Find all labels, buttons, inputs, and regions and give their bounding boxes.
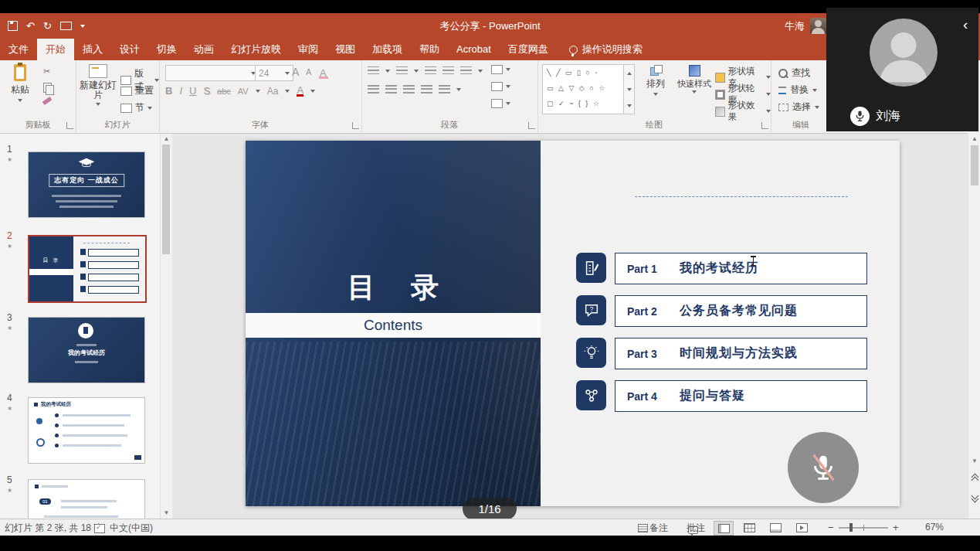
change-case-button[interactable]: Aa <box>267 86 279 97</box>
comments-button[interactable]: 批注 <box>687 522 705 535</box>
tab-insert[interactable]: 插入 <box>74 39 111 60</box>
collapse-panel-arrow-icon[interactable]: ‹ <box>963 17 968 32</box>
font-color-button[interactable]: A <box>297 86 303 97</box>
zoom-in-button[interactable]: + <box>893 522 899 533</box>
thumbnail-slide-1[interactable]: 志有定向 一战成公 <box>28 151 145 218</box>
new-slide-button[interactable]: 新建幻灯片 <box>79 64 117 106</box>
underline-button[interactable]: U <box>189 85 196 97</box>
italic-button[interactable]: I <box>179 85 182 97</box>
select-button[interactable]: 选择 <box>778 100 819 114</box>
shapes-gallery-scroll[interactable] <box>623 65 634 114</box>
account-area[interactable]: 牛海 <box>785 13 826 39</box>
paste-button[interactable]: 粘贴 <box>5 64 36 102</box>
reset-button[interactable]: 重置 <box>120 84 154 97</box>
tab-view[interactable]: 视图 <box>327 39 364 60</box>
tell-me-search[interactable]: 操作说明搜索 <box>569 39 643 60</box>
webcam-tile[interactable]: 刘海 <box>826 8 978 131</box>
slideshow-view-button[interactable] <box>792 521 811 534</box>
bullets-icon[interactable] <box>368 66 379 75</box>
main-scrollbar[interactable]: ▲ ▼ <box>968 133 980 519</box>
toc-part-3[interactable]: Part 3 时间规划与方法实践 <box>576 338 881 368</box>
zoom-slider-thumb[interactable] <box>849 523 853 532</box>
shapes-scroll-up-icon[interactable] <box>627 72 632 75</box>
tab-baidu-netdisk[interactable]: 百度网盘 <box>500 39 557 60</box>
toc-part-4[interactable]: Part 4 提问与答疑 <box>576 380 881 410</box>
reading-view-button[interactable] <box>766 521 785 534</box>
text-shadow-button[interactable]: S <box>203 85 210 97</box>
slide-counter[interactable]: 幻灯片 第 2 张, 共 18 张 <box>5 522 103 535</box>
character-spacing-button[interactable]: AV <box>238 87 249 96</box>
language-indicator[interactable]: 中文(中国) <box>110 522 153 535</box>
tab-design[interactable]: 设计 <box>111 39 148 60</box>
numbering-icon[interactable] <box>396 66 408 75</box>
clipboard-dialog-launcher[interactable] <box>66 122 73 129</box>
justify-icon[interactable] <box>421 85 432 94</box>
spell-check-icon[interactable] <box>94 524 105 533</box>
toc-part-1[interactable]: Part 1 我的考试经历 <box>576 253 881 283</box>
increase-indent-icon[interactable] <box>443 66 454 75</box>
arrange-button[interactable]: 排列 <box>638 65 673 96</box>
cut-icon[interactable]: ✂ <box>43 66 50 77</box>
next-slide-button[interactable] <box>968 493 980 502</box>
convert-smartart-button[interactable] <box>491 99 510 108</box>
find-button[interactable]: 查找 <box>778 66 810 80</box>
tab-review[interactable]: 审阅 <box>290 39 327 60</box>
thumb-scroll-up-icon[interactable]: ▲ <box>161 135 172 142</box>
thumbnail-scrollbar[interactable]: ▲ ▼ <box>160 133 172 519</box>
align-text-button[interactable] <box>491 82 510 91</box>
copy-icon[interactable] <box>43 83 52 93</box>
tab-acrobat[interactable]: Acrobat <box>448 39 500 60</box>
text-direction-button[interactable] <box>491 65 510 74</box>
participant-mic-button[interactable] <box>850 107 870 126</box>
shapes-scroll-down-icon[interactable] <box>627 88 632 91</box>
main-scroll-up-icon[interactable]: ▲ <box>968 135 980 142</box>
tab-transitions[interactable]: 切换 <box>148 39 185 60</box>
quick-styles-button[interactable]: 快速样式 <box>677 65 712 94</box>
thumbnail-slide-3[interactable]: 我的考试经历 <box>28 317 145 383</box>
align-left-icon[interactable] <box>368 85 379 94</box>
shapes-more-icon[interactable] <box>627 104 632 107</box>
tab-home[interactable]: 开始 <box>37 39 74 60</box>
thumb-scrollbar-thumb[interactable] <box>162 145 170 254</box>
drawing-dialog-launcher[interactable] <box>761 122 768 129</box>
tab-addins[interactable]: 加载项 <box>364 39 411 60</box>
paragraph-dialog-launcher[interactable] <box>528 122 535 129</box>
thumbnail-slide-5[interactable]: 01 <box>28 479 145 519</box>
bold-button[interactable]: B <box>165 85 172 97</box>
main-scroll-down-icon[interactable]: ▼ <box>968 457 980 464</box>
columns-icon[interactable] <box>439 85 450 94</box>
shapes-gallery[interactable]: ╲ ╱ ▭ ▯ ○ ◦ ▭ △ ▽ ◇ ○ ☆ ▢ ✓ ~ { } ☆ <box>542 64 635 114</box>
main-scrollbar-thumb[interactable] <box>971 145 978 185</box>
tab-animations[interactable]: 动画 <box>185 39 222 60</box>
tab-file[interactable]: 文件 <box>0 39 37 60</box>
thumbnail-slide-4[interactable]: 我的考试经历 <box>28 397 145 464</box>
align-right-icon[interactable] <box>403 85 415 94</box>
slide-title[interactable]: 目 录 <box>246 269 541 307</box>
replace-button[interactable]: 替换 <box>778 83 817 97</box>
account-avatar[interactable] <box>810 18 826 34</box>
notes-button[interactable]: 备注 <box>649 522 668 535</box>
section-button[interactable]: 节 <box>120 101 152 114</box>
previous-slide-button[interactable] <box>968 474 980 483</box>
decrease-font-icon[interactable]: A <box>306 67 311 77</box>
format-painter-icon[interactable] <box>42 97 53 105</box>
toc-part-2[interactable]: ? Part 2 公务员备考常见问题 <box>576 295 881 325</box>
zoom-out-button[interactable]: − <box>828 522 834 533</box>
zoom-level[interactable]: 67% <box>925 522 944 532</box>
font-dialog-launcher[interactable] <box>352 122 359 129</box>
font-size-combo[interactable]: 24 <box>255 65 293 81</box>
tab-help[interactable]: 帮助 <box>411 39 448 60</box>
decrease-indent-icon[interactable] <box>425 66 436 75</box>
line-spacing-icon[interactable] <box>460 66 472 75</box>
increase-font-icon[interactable]: A <box>292 66 299 78</box>
strikethrough-button[interactable]: abc <box>217 87 231 96</box>
slide-sorter-view-button[interactable] <box>740 521 758 534</box>
align-center-icon[interactable] <box>385 85 397 94</box>
thumbnail-slide-2-selected[interactable]: 目 录 <box>28 235 147 303</box>
font-name-combo[interactable] <box>165 65 259 81</box>
clear-formatting-icon[interactable]: A <box>320 67 327 79</box>
tab-slideshow[interactable]: 幻灯片放映 <box>222 39 290 60</box>
slide-subtitle[interactable]: Contents <box>364 317 422 334</box>
microphone-muted-button[interactable] <box>788 432 859 503</box>
normal-view-button[interactable] <box>714 521 734 536</box>
